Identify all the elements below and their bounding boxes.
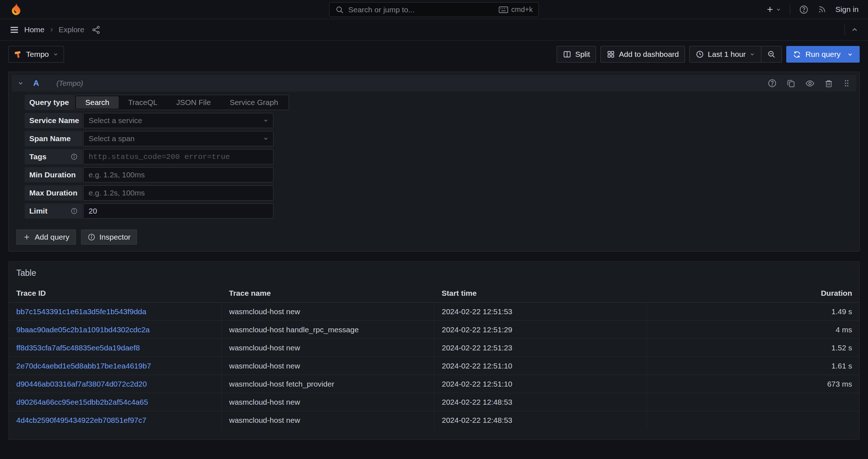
trace-id-link[interactable]: 2e70dc4aebd1e5d8abb17be1ea4619b7	[16, 362, 151, 370]
global-search[interactable]: cmd+k	[329, 2, 539, 17]
column-header-start-time[interactable]: Start time	[434, 286, 647, 303]
limit-label-text: Limit	[29, 207, 47, 215]
duplicate-query-icon[interactable]	[786, 79, 796, 88]
run-query-button[interactable]: Run query	[786, 46, 860, 63]
info-icon	[71, 207, 78, 215]
trace-name-cell: wasmcloud-host new	[221, 411, 434, 429]
add-query-button[interactable]: Add query	[16, 230, 76, 245]
breadcrumb-explore: Explore	[59, 25, 84, 34]
tempo-logo-icon	[14, 50, 22, 59]
span-name-row: Span Name Select a span	[25, 131, 856, 146]
tags-label: Tags	[25, 149, 82, 164]
sync-icon	[793, 50, 801, 59]
table-row: bb7c1543391c1e61a3d5fe1b543f9dda wasmclo…	[9, 303, 859, 321]
trace-name-cell: wasmcloud-host fetch_provider	[221, 375, 434, 393]
traces-table: Trace ID Trace name Start time Duration …	[9, 286, 859, 429]
table-row: 9baac90ade05c2b1a1091bd4302cdc2a wasmclo…	[9, 321, 859, 339]
query-type-tab[interactable]: TraceQL	[119, 96, 167, 109]
help-icon[interactable]	[799, 5, 809, 14]
query-type-label: Query type	[25, 95, 74, 110]
drag-handle-icon[interactable]	[843, 79, 851, 88]
query-type-tab[interactable]: Search	[76, 96, 119, 109]
query-type-tab[interactable]: JSON File	[167, 96, 220, 109]
trace-id-link[interactable]: ff8d353cfa7af5c48835ee5da19daef8	[16, 344, 140, 352]
min-duration-input[interactable]	[83, 167, 273, 182]
query-datasource-hint: (Tempo)	[56, 79, 83, 88]
column-header-trace-id[interactable]: Trace ID	[9, 286, 221, 303]
chevron-up-icon[interactable]	[851, 26, 859, 34]
query-row-header[interactable]: A (Tempo)	[12, 75, 856, 92]
trace-id-link[interactable]: 4d4cb2590f495434922eb70851ef97c7	[16, 416, 146, 424]
trace-id-link[interactable]: d90264a66cc95ee15dbb2b2af54c4a65	[16, 398, 148, 406]
breadcrumb-home[interactable]: Home	[24, 25, 44, 34]
apps-grid-icon	[607, 50, 615, 59]
inspector-button[interactable]: Inspector	[81, 230, 137, 245]
span-name-label: Span Name	[25, 131, 82, 146]
grafana-explore-page: cmd+k Sign	[0, 0, 868, 459]
duration-cell: 1.52 s	[647, 339, 859, 357]
duration-cell	[647, 411, 859, 429]
query-type-row: Query type SearchTraceQLJSON FileService…	[25, 95, 856, 110]
table-row: 2e70dc4aebd1e5d8abb17be1ea4619b7 wasmclo…	[9, 357, 859, 375]
table-row: 4d4cb2590f495434922eb70851ef97c7 wasmclo…	[9, 411, 859, 429]
trace-id-link[interactable]: 9baac90ade05c2b1a1091bd4302cdc2a	[16, 325, 150, 334]
time-range-picker[interactable]: Last 1 hour	[690, 46, 761, 62]
nav-divider	[790, 4, 790, 15]
trace-id-link[interactable]: bb7c1543391c1e61a3d5fe1b543f9dda	[16, 307, 146, 316]
news-rss-icon[interactable]	[817, 5, 827, 14]
service-name-placeholder: Select a service	[89, 116, 142, 125]
clock-icon	[695, 50, 704, 59]
share-icon[interactable]	[92, 25, 101, 34]
delete-query-trash-icon[interactable]	[824, 79, 833, 88]
add-to-dashboard-label: Add to dashboard	[619, 50, 679, 59]
grafana-logo-icon[interactable]	[9, 2, 23, 17]
service-name-select[interactable]: Select a service	[83, 113, 273, 128]
tags-input[interactable]	[83, 149, 273, 164]
chevron-down-icon	[263, 118, 269, 123]
zoom-out-time-button[interactable]	[761, 46, 782, 62]
new-menu-button[interactable]	[766, 5, 781, 14]
trace-name-cell: wasmcloud-host new	[221, 393, 434, 411]
trace-id-link[interactable]: d90446ab03316af7af38074d072c2d20	[16, 380, 147, 388]
query-ref-id: A	[33, 79, 39, 88]
trace-name-cell: wasmcloud-host handle_rpc_message	[221, 321, 434, 339]
trace-name-cell: wasmcloud-host new	[221, 357, 434, 375]
datasource-name: Tempo	[26, 50, 49, 59]
search-input[interactable]	[348, 5, 494, 14]
service-name-row: Service Name Select a service	[25, 113, 856, 128]
table-panel: Table Trace ID Trace name Start time Dur…	[8, 261, 860, 440]
datasource-picker[interactable]: Tempo	[8, 46, 64, 63]
chevron-down-icon	[263, 136, 269, 142]
tempo-search-form: Query type SearchTraceQLJSON FileService…	[25, 95, 856, 219]
trace-name-cell: wasmcloud-host new	[221, 339, 434, 357]
chevron-down-icon[interactable]	[847, 51, 853, 58]
add-to-dashboard-button[interactable]: Add to dashboard	[600, 46, 685, 63]
info-circle-icon	[88, 233, 95, 241]
split-button[interactable]: Split	[557, 46, 596, 63]
span-name-select[interactable]: Select a span	[83, 131, 273, 146]
sign-in-button[interactable]: Sign in	[835, 5, 859, 14]
start-time-cell: 2024-02-22 12:51:10	[434, 375, 647, 393]
limit-input[interactable]	[83, 203, 273, 219]
menu-icon[interactable]	[9, 25, 19, 35]
explore-toolbar: Tempo Split	[8, 46, 860, 63]
min-duration-label: Min Duration	[25, 167, 82, 182]
collapse-chevron-icon[interactable]	[17, 80, 24, 87]
zoom-out-icon	[767, 50, 776, 59]
query-help-icon[interactable]	[767, 79, 777, 88]
inspector-label: Inspector	[99, 233, 131, 241]
duration-cell: 1.49 s	[647, 303, 859, 321]
column-header-trace-name[interactable]: Trace name	[221, 286, 434, 303]
query-actions	[767, 79, 851, 88]
max-duration-input[interactable]	[83, 185, 273, 201]
query-type-tab[interactable]: Service Graph	[220, 96, 288, 109]
table-header-row: Trace ID Trace name Start time Duration	[9, 286, 859, 303]
search-icon	[335, 5, 344, 14]
start-time-cell: 2024-02-22 12:51:53	[434, 303, 647, 321]
shortcut-label: cmd+k	[511, 5, 533, 14]
column-header-duration[interactable]: Duration	[647, 286, 859, 303]
start-time-cell: 2024-02-22 12:48:53	[434, 393, 647, 411]
time-range-label: Last 1 hour	[708, 50, 746, 59]
toggle-visibility-eye-icon[interactable]	[805, 79, 815, 88]
top-nav: cmd+k Sign	[0, 0, 868, 19]
